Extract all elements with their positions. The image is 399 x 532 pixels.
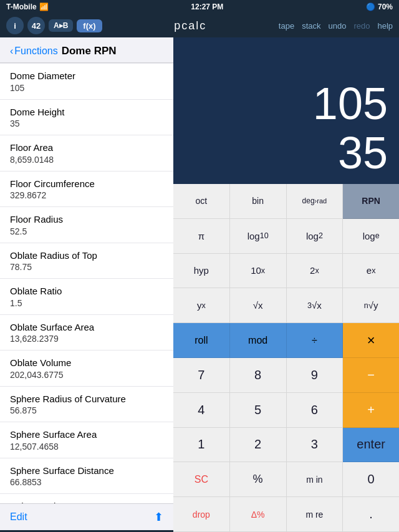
nav-undo[interactable]: undo xyxy=(328,21,346,31)
7-button[interactable]: 7 xyxy=(173,358,230,393)
trig-row: π log10 log2 loge xyxy=(173,219,399,254)
nav-redo[interactable]: redo xyxy=(353,21,370,31)
mod-button[interactable]: mod xyxy=(230,323,287,358)
time: 12:27 PM xyxy=(191,2,223,11)
status-left: T-Mobile 📶 xyxy=(6,2,49,11)
ab-button[interactable]: A▸B xyxy=(49,19,73,32)
rpn-button[interactable]: RPN xyxy=(343,184,399,219)
panel-item-value: 12,507.4658 xyxy=(10,442,163,452)
panel-item[interactable]: Sphere Volume 173,982.0557 xyxy=(0,494,173,503)
loge-button[interactable]: loge xyxy=(343,219,399,254)
nav-tape[interactable]: tape xyxy=(279,21,294,31)
nav-stack[interactable]: stack xyxy=(302,21,320,31)
bluetooth-icon: 🔵 xyxy=(366,2,375,11)
add-button[interactable]: + xyxy=(343,393,399,428)
wifi-icon: 📶 xyxy=(39,2,49,11)
panel-item-label: Sphere Surface Distance xyxy=(10,465,163,477)
panel-footer: Edit ⬆ xyxy=(0,503,173,530)
1-button[interactable]: 1 xyxy=(173,428,230,463)
panel-item-label: Floor Circumference xyxy=(10,178,163,190)
fx-button[interactable]: f(x) xyxy=(77,19,102,32)
display: 105 35 xyxy=(173,37,399,184)
9-button[interactable]: 9 xyxy=(287,358,344,393)
panel-item[interactable]: Oblate Radius of Top 78.75 xyxy=(0,243,173,279)
app-name: pcalc xyxy=(174,19,206,32)
panel-item[interactable]: Dome Height 35 xyxy=(0,100,173,136)
percent-button[interactable]: % xyxy=(230,462,287,497)
panel-item[interactable]: Sphere Surface Distance 66.8853 xyxy=(0,458,173,495)
panel-item[interactable]: Floor Circumference 329.8672 xyxy=(0,172,173,208)
subtract-button[interactable]: − xyxy=(343,358,399,393)
3-button[interactable]: 3 xyxy=(287,428,344,463)
info-button[interactable]: i xyxy=(6,17,24,34)
nthrt-button[interactable]: n√y xyxy=(343,288,399,323)
panel-item-label: Sphere Radius of Curvature xyxy=(10,393,163,405)
calc-grid: oct bin deg›rad RPN π log10 log2 loge hy… xyxy=(173,184,399,532)
panel-item[interactable]: Oblate Volume 202,043.6775 xyxy=(0,351,173,387)
multiply-button[interactable]: × xyxy=(343,323,399,358)
panel-item-label: Oblate Surface Area xyxy=(10,321,163,334)
share-icon[interactable]: ⬆ xyxy=(154,510,163,524)
tool-bar: i 42 A▸B f(x) pcalc tape stack undo redo… xyxy=(0,14,399,37)
row-123: 1 2 3 enter xyxy=(173,428,399,463)
dot-button[interactable]: . xyxy=(343,497,399,532)
panel-item[interactable]: Oblate Ratio 1.5 xyxy=(0,279,173,315)
enter-button[interactable]: enter xyxy=(343,428,399,463)
panel-item[interactable]: Oblate Surface Area 13,628.2379 xyxy=(0,315,173,351)
panel-item[interactable]: Floor Area 8,659.0148 xyxy=(0,135,173,172)
panel-item-label: Floor Area xyxy=(10,142,163,154)
panel-item-value: 13,628.2379 xyxy=(10,334,163,344)
sqrt-button[interactable]: √x xyxy=(230,288,287,323)
panel-item[interactable]: Sphere Surface Area 12,507.4658 xyxy=(0,422,173,458)
panel-item-value: 202,043.6775 xyxy=(10,370,163,380)
4-button[interactable]: 4 xyxy=(173,393,230,428)
panel-item-label: Dome Diameter xyxy=(10,70,163,82)
panel-item-value: 56.875 xyxy=(10,405,163,415)
log2-button[interactable]: log2 xyxy=(287,219,344,254)
ex-button[interactable]: ex xyxy=(343,254,399,289)
cbrt-button[interactable]: 3√x xyxy=(287,288,344,323)
panel-item-label: Sphere Surface Area xyxy=(10,428,163,441)
status-right: 🔵 70% xyxy=(366,2,393,11)
6-button[interactable]: 6 xyxy=(287,393,344,428)
panel-header: ‹ Functions Dome RPN xyxy=(0,37,173,63)
panel-item[interactable]: Sphere Radius of Curvature 56.875 xyxy=(0,387,173,423)
sc-button[interactable]: SC xyxy=(173,462,230,497)
2x-button[interactable]: 2x xyxy=(287,254,344,289)
oct-button[interactable]: oct xyxy=(173,184,230,219)
divide-button[interactable]: ÷ xyxy=(287,323,344,358)
roll-button[interactable]: roll xyxy=(173,323,230,358)
back-button[interactable]: ‹ Functions xyxy=(10,46,58,57)
10x-button[interactable]: 10x xyxy=(230,254,287,289)
0-button[interactable]: 0 xyxy=(343,462,399,497)
panel-list: Dome Diameter 105 Dome Height 35 Floor A… xyxy=(0,63,173,503)
2-button[interactable]: 2 xyxy=(230,428,287,463)
log10-button[interactable]: log10 xyxy=(230,219,287,254)
panel-item-value: 1.5 xyxy=(10,298,163,308)
panel-item-value: 8,659.0148 xyxy=(10,155,163,165)
panel-item-label: Dome Height xyxy=(10,106,163,118)
panel-item[interactable]: Dome Diameter 105 xyxy=(0,63,173,100)
8-button[interactable]: 8 xyxy=(230,358,287,393)
nav-help[interactable]: help xyxy=(377,21,393,31)
row-sc: SC % m in 0 xyxy=(173,462,399,497)
edit-button[interactable]: Edit xyxy=(10,511,27,523)
deg-rad-button[interactable]: deg›rad xyxy=(287,184,344,219)
row-456: 4 5 6 + xyxy=(173,393,399,428)
panel-item-value: 105 xyxy=(10,83,163,93)
pi-button[interactable]: π xyxy=(173,219,230,254)
5-button[interactable]: 5 xyxy=(230,393,287,428)
bin-button[interactable]: bin xyxy=(230,184,287,219)
yx-button[interactable]: yx xyxy=(173,288,230,323)
min-button[interactable]: m in xyxy=(287,462,344,497)
panel-item-value: 78.75 xyxy=(10,262,163,272)
drop-button[interactable]: drop xyxy=(173,497,230,532)
panel-item[interactable]: Floor Radius 52.5 xyxy=(0,207,173,243)
back-label: Functions xyxy=(14,46,57,57)
carrier: T-Mobile xyxy=(6,2,37,11)
mre-button[interactable]: m re xyxy=(287,497,344,532)
delta-pct-button[interactable]: Δ% xyxy=(230,497,287,532)
count-button[interactable]: 42 xyxy=(27,17,45,34)
hyp-button[interactable]: hyp xyxy=(173,254,230,289)
panel-item-value: 66.8853 xyxy=(10,477,163,487)
